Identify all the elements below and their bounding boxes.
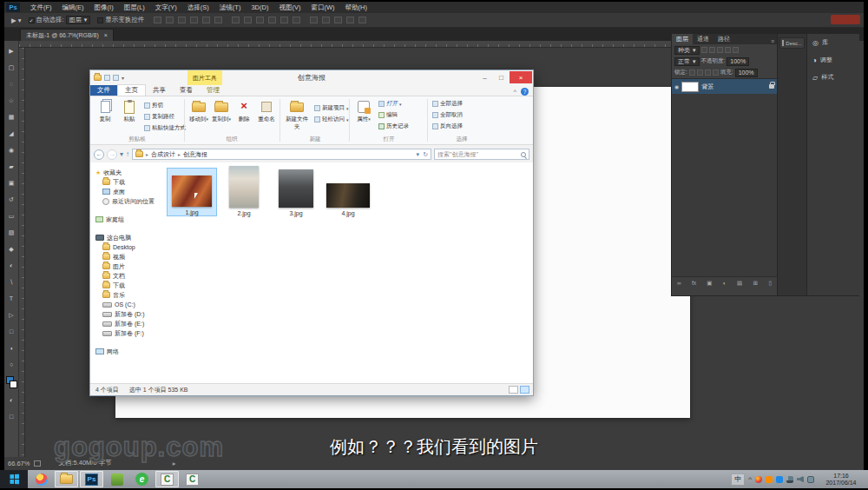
- move-to-button[interactable]: 移动到▾: [187, 100, 210, 123]
- sidebar-item-volume-e[interactable]: 新加卷 (E:): [90, 319, 167, 328]
- link-layers-icon[interactable]: ∞: [677, 280, 681, 286]
- edit-button[interactable]: 编辑: [378, 111, 398, 119]
- eraser-tool[interactable]: ▭: [5, 208, 18, 224]
- layer-mask-icon[interactable]: ▣: [707, 280, 712, 287]
- menu-edit[interactable]: 编辑(E): [57, 3, 89, 12]
- new-folder-button[interactable]: 新建文件夹: [283, 100, 311, 131]
- adjustment-layer-icon[interactable]: ◐: [723, 280, 727, 286]
- clock[interactable]: 17:16 2017/06/14: [818, 473, 865, 487]
- sidebar-item-homegroup[interactable]: 家庭组: [90, 215, 167, 224]
- sidebar-item-volume-d[interactable]: 新加卷 (D:): [90, 309, 167, 319]
- search-box[interactable]: 搜索"创意海报": [434, 149, 529, 160]
- taskbar-file-explorer[interactable]: [55, 471, 78, 487]
- delete-layer-icon[interactable]: ▯: [768, 280, 772, 287]
- tab-manage[interactable]: 管理: [200, 85, 227, 96]
- document-tab-close-icon[interactable]: ×: [104, 32, 108, 38]
- details-view-button[interactable]: [509, 386, 518, 394]
- menu-type[interactable]: 文字(Y): [150, 3, 182, 12]
- menu-file[interactable]: 文件(F): [25, 3, 57, 12]
- select-none-button[interactable]: 全部取消: [432, 111, 463, 119]
- distribute-bottom-icon[interactable]: [256, 17, 264, 23]
- taskbar-camtasia-1[interactable]: C: [155, 471, 179, 487]
- menu-help[interactable]: 帮助(H): [340, 3, 372, 12]
- breadcrumb[interactable]: ▸ 合成设计 ▸ 创意海报 ▾ ↻: [132, 149, 431, 160]
- align-left-icon[interactable]: [154, 17, 161, 23]
- invert-selection-button[interactable]: 反向选择: [432, 122, 463, 130]
- shape-tool[interactable]: □: [5, 323, 18, 340]
- dodge-tool[interactable]: ◐: [5, 257, 18, 274]
- background-color-swatch[interactable]: [10, 381, 17, 388]
- auto-select-dropdown[interactable]: 图层▾: [66, 16, 91, 24]
- sidebar-item-favorites[interactable]: ★收藏夹: [90, 168, 167, 177]
- panel-menu-icon[interactable]: ≡: [771, 38, 777, 44]
- menu-layer[interactable]: 图层(L): [119, 3, 150, 12]
- taskbar-camtasia-2[interactable]: C: [181, 471, 204, 487]
- zoom-tool[interactable]: ○: [5, 356, 18, 373]
- copy-path-button[interactable]: 复制路径: [144, 113, 174, 121]
- screen-mode-button[interactable]: □: [5, 408, 18, 425]
- history-brush-tool[interactable]: ↺: [5, 191, 18, 208]
- file-item-4[interactable]: 4.jpg: [323, 168, 373, 216]
- document-tab[interactable]: 未标题-1 @ 66.7%(RGB/8) ×: [20, 29, 114, 41]
- volume-icon[interactable]: [797, 476, 804, 483]
- quick-mask-button[interactable]: ◐: [5, 392, 18, 408]
- gradient-tool[interactable]: ▨: [5, 224, 18, 241]
- menu-view[interactable]: 视图(V): [273, 3, 306, 12]
- tray-blue-icon[interactable]: [776, 476, 783, 483]
- select-all-button[interactable]: 全部选择: [432, 100, 463, 108]
- distribute-top-icon[interactable]: [232, 17, 240, 23]
- blend-mode-dropdown[interactable]: 正常▾: [674, 57, 700, 66]
- sidebar-item-os-c[interactable]: OS (C:): [90, 300, 167, 309]
- breadcrumb-folder-1[interactable]: 合成设计: [151, 150, 175, 159]
- eyedropper-tool[interactable]: ◢: [5, 125, 18, 142]
- crop-tool[interactable]: ▦: [5, 109, 18, 125]
- menu-select[interactable]: 选择(S): [182, 3, 214, 12]
- action-center-icon[interactable]: [807, 476, 814, 483]
- sidebar-item-this-pc[interactable]: 这台电脑: [90, 233, 167, 242]
- breadcrumb-folder-2[interactable]: 创意海报: [183, 150, 207, 159]
- distribute-left-icon[interactable]: [268, 17, 276, 23]
- libraries-panel-button[interactable]: ◎ 库: [807, 34, 859, 51]
- thumbnails-view-button[interactable]: [520, 386, 529, 394]
- sidebar-item-documents[interactable]: 文档: [90, 271, 167, 281]
- minimize-button[interactable]: –: [477, 71, 493, 83]
- visibility-eye-icon[interactable]: ◉: [674, 83, 679, 89]
- sidebar-item-downloads-2[interactable]: 下载: [90, 281, 167, 290]
- refresh-icon[interactable]: ↻: [423, 151, 428, 158]
- properties-button[interactable]: 属性▾: [352, 100, 375, 123]
- sidebar-item-pictures[interactable]: 图片: [90, 262, 167, 271]
- ribbon-collapse-icon[interactable]: ^: [513, 88, 516, 96]
- taskbar-green-app[interactable]: [105, 471, 128, 487]
- start-button[interactable]: [0, 470, 28, 488]
- open-button[interactable]: 打开▾: [378, 100, 402, 108]
- menu-3d[interactable]: 3D(D): [246, 3, 273, 11]
- copy-to-button[interactable]: 复制到▾: [210, 100, 233, 123]
- type-tool[interactable]: T: [5, 290, 18, 307]
- delete-button[interactable]: × 删除: [233, 100, 255, 123]
- taskbar-launcher-sphere[interactable]: [30, 471, 53, 487]
- menu-window[interactable]: 窗口(W): [306, 3, 339, 12]
- help-icon[interactable]: ?: [521, 88, 529, 96]
- new-item-button[interactable]: 新建项目▾: [314, 104, 349, 112]
- show-transform-checkbox[interactable]: [97, 17, 103, 23]
- align-bottom-icon[interactable]: [214, 17, 222, 23]
- layer-effects-icon[interactable]: fx: [692, 280, 696, 286]
- taskbar-photoshop[interactable]: Ps: [80, 471, 103, 487]
- lock-position-icon[interactable]: [705, 70, 711, 76]
- distribute-right-icon[interactable]: [293, 17, 300, 23]
- 3d-roll-icon[interactable]: [322, 17, 330, 23]
- sidebar-item-network[interactable]: 网络: [90, 347, 167, 356]
- forward-button[interactable]: →: [107, 149, 117, 160]
- filter-smart-icon[interactable]: [733, 47, 739, 53]
- auto-select-checkbox[interactable]: ✓: [29, 17, 35, 23]
- lock-all-icon[interactable]: [713, 70, 719, 76]
- sidebar-item-desktop[interactable]: 桌面: [90, 187, 167, 196]
- tab-file[interactable]: 文件: [90, 85, 117, 96]
- tab-share[interactable]: 共享: [146, 85, 173, 96]
- align-middle-icon[interactable]: [202, 17, 210, 23]
- 3d-rotate-icon[interactable]: [310, 17, 318, 23]
- hand-tool[interactable]: ◖: [5, 340, 18, 356]
- history-button[interactable]: 历史记录: [378, 122, 409, 130]
- recent-locations-dropdown-icon[interactable]: ▾: [120, 150, 123, 158]
- collapsed-panel-tab[interactable]: Desc...: [779, 37, 805, 49]
